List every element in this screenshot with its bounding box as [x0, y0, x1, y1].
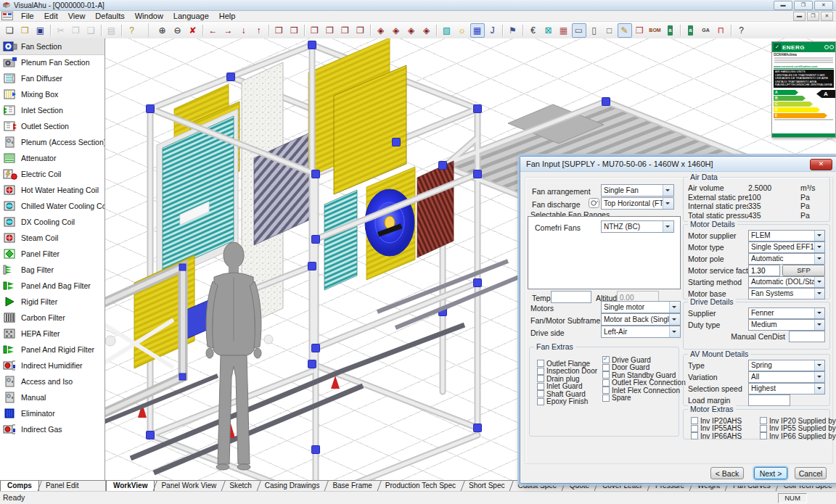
mdi-restore-button[interactable]: ❐: [807, 12, 819, 21]
checkbox-inlet-guard[interactable]: Inlet Guard: [537, 383, 597, 390]
checkbox-box[interactable]: [537, 360, 544, 367]
toolbar-panel-small-icon[interactable]: ▯: [587, 23, 602, 38]
toolbar-zoom-out-icon[interactable]: ⊖: [171, 23, 185, 38]
checkbox-box[interactable]: [602, 356, 610, 363]
toolbar-light-icon[interactable]: ☼: [455, 23, 470, 38]
sidebar-item-electric-coil[interactable]: Electric Coil: [0, 166, 104, 182]
checkbox-inspection-door[interactable]: Inspection Door: [537, 368, 597, 375]
menu-window[interactable]: Window: [130, 12, 168, 20]
toolbar-view-iso-1-icon[interactable]: ❒: [272, 23, 287, 38]
sidebar-item-manual[interactable]: Manual: [0, 389, 104, 405]
fan-arrangement-select[interactable]: Single Fan: [601, 184, 674, 197]
selection-speed-select[interactable]: Highest: [748, 383, 825, 394]
toolbar-new-file-icon[interactable]: ❏: [3, 23, 17, 38]
toolbar-panel-flat-icon[interactable]: ▭: [572, 23, 586, 38]
toolbar-currency-icon[interactable]: €: [526, 23, 541, 38]
motor-pole-select[interactable]: Automatic: [748, 253, 825, 265]
toolbar-view-diamond-1-icon[interactable]: ◈: [374, 23, 388, 38]
toolbar-grid-toggle-icon[interactable]: ▦: [470, 23, 485, 38]
toolbar-casing-view-icon[interactable]: ▧: [440, 23, 454, 38]
checkbox-drive-guard[interactable]: Drive Guard: [602, 356, 686, 363]
sidebar-item-access-and-iso[interactable]: Access and Iso: [0, 373, 104, 389]
sidebar-item-fan-diffuser[interactable]: Fan Diffuser: [0, 70, 104, 86]
sidebar-item-steam-coil[interactable]: Steam Coil: [0, 230, 104, 246]
toolbar-view-iso-2-icon[interactable]: ❒: [287, 23, 302, 38]
mdi-close-button[interactable]: ✕: [821, 12, 833, 21]
supplier-select[interactable]: Fenner: [748, 307, 825, 319]
motors-select[interactable]: Single motor: [601, 301, 681, 313]
sidebar-item-hepa-filter[interactable]: HEPA Filter: [0, 326, 104, 342]
checkbox-inv-ip55-supplied-by[interactable]: Inv IP55 Supplied by: [760, 425, 836, 432]
checkbox-inv-ip66-supplied-by[interactable]: Inv IP66 Supplied by: [760, 432, 836, 439]
menu-edit[interactable]: Edit: [39, 12, 63, 20]
toolbar-pan-right-icon[interactable]: →: [221, 23, 236, 38]
toolbar-frame-dots-icon[interactable]: ▦: [557, 23, 571, 38]
sidebar-item-panel-and-bag-filter[interactable]: Panel And Bag Filter: [0, 278, 104, 294]
checkbox-box[interactable]: [602, 387, 610, 394]
toolbar-help-icon[interactable]: ?: [125, 23, 139, 38]
toolbar-context-help-icon[interactable]: ?: [734, 23, 749, 38]
toolbar-view-cube-1-icon[interactable]: ❐: [308, 23, 322, 38]
tab-casing-drawings[interactable]: Casing Drawings: [258, 481, 327, 492]
toolbar-hook-icon[interactable]: J: [485, 23, 500, 38]
checkbox-box[interactable]: [602, 371, 610, 379]
toolbar-view-diamond-4-icon[interactable]: ◈: [419, 23, 434, 38]
checkbox-box[interactable]: [537, 368, 544, 375]
checkbox-spare[interactable]: Spare: [602, 394, 686, 402]
checkbox-box[interactable]: [602, 364, 610, 371]
restore-button[interactable]: ❐: [794, 1, 813, 10]
checkbox-outlet-flex-connection[interactable]: Outlet Flex Connection: [602, 379, 686, 387]
temp-input[interactable]: [551, 291, 591, 303]
motor-base-select[interactable]: Fan Systems: [748, 288, 825, 299]
menu-defaults[interactable]: Defaults: [90, 12, 129, 20]
checkbox-outlet-flange[interactable]: Outlet Flange: [537, 360, 597, 367]
sidebar-tab-panel-edit[interactable]: Panel Edit: [39, 481, 86, 492]
toolbar-zoom-in-icon[interactable]: ⊕: [155, 23, 170, 38]
menu-help[interactable]: Help: [214, 12, 241, 20]
toolbar-view-cube-3-icon[interactable]: ❐: [338, 23, 353, 38]
checkbox-inlet-flex-connection[interactable]: Inlet Flex Connection: [602, 387, 686, 394]
checkbox-inv-ip66ahs[interactable]: Inv IP66AHS: [691, 432, 742, 439]
motor-service-factor-input[interactable]: [748, 265, 780, 276]
sidebar-item-bag-filter[interactable]: Bag Filter: [0, 262, 104, 278]
sidebar-item-fan-section[interactable]: Fan Section: [0, 38, 104, 54]
motor-supplier-select[interactable]: FLEM: [748, 230, 825, 241]
toolbar-spec-a2-icon[interactable]: a: [684, 23, 698, 38]
tab-base-frame[interactable]: Base Frame: [326, 481, 378, 492]
fan-discharge-select[interactable]: Top Horizontal (FT): [601, 197, 674, 210]
toolbar-sketch-pen-icon[interactable]: ✎: [618, 23, 632, 38]
sidebar-item-indirect-gas[interactable]: Indirect Gas: [0, 421, 104, 437]
toolbar-clamp-icon[interactable]: ⊓: [714, 23, 729, 38]
sidebar-item-panel-filter[interactable]: Panel Filter: [0, 246, 104, 262]
sfp-options-button[interactable]: SFP Options: [782, 265, 825, 276]
checkbox-drain-plug[interactable]: Drain plug: [537, 375, 597, 382]
sidebar-item-carbon-filter[interactable]: Carbon Filter: [0, 310, 104, 326]
duty-type-select[interactable]: Medium: [748, 319, 825, 331]
close-button[interactable]: ✕: [814, 1, 833, 10]
toolbar-pan-left-icon[interactable]: ←: [206, 23, 221, 38]
sidebar-item-inlet-section[interactable]: Inlet Section: [0, 102, 104, 118]
tab-panel-work-view[interactable]: Panel Work View: [155, 481, 223, 492]
minimize-button[interactable]: ▬: [774, 1, 792, 10]
toolbar-bom-icon[interactable]: BOM: [648, 23, 663, 38]
checkbox-box[interactable]: [602, 379, 610, 387]
sidebar-item-dx-cooling-coil[interactable]: DX Cooling Coil: [0, 214, 104, 230]
checkbox-box[interactable]: [691, 417, 698, 424]
toolbar-frame-x-icon[interactable]: ⊠: [541, 23, 556, 38]
mdi-minimize-button[interactable]: ▬: [793, 12, 806, 21]
sidebar-item-eliminator[interactable]: Eliminator: [0, 405, 104, 421]
drive-side-select[interactable]: Left-Air: [601, 326, 681, 338]
sidebar-item-rigid-filter[interactable]: Rigid Filter: [0, 294, 104, 310]
tab-sketch[interactable]: Sketch: [223, 481, 258, 492]
dialog-close-button[interactable]: ✕: [810, 159, 832, 170]
sidebar-item-attenuator[interactable]: Attenuator: [0, 150, 104, 166]
checkbox-box[interactable]: [537, 383, 544, 390]
checkbox-box[interactable]: [537, 390, 544, 397]
variation-select[interactable]: All: [748, 371, 825, 383]
subframe-select[interactable]: Motor at Back (Single): [601, 313, 681, 326]
comefri-fans-select[interactable]: NTHZ (BC): [601, 220, 674, 233]
checkbox-box[interactable]: [691, 432, 698, 439]
checkbox-door-guard[interactable]: Door Guard: [602, 364, 686, 371]
toolbar-view-cube-4-icon[interactable]: ❐: [353, 23, 368, 38]
dialog-title-bar[interactable]: Fan Input [SUPPLY - MU70-50-06 - 1460W x…: [520, 157, 836, 172]
